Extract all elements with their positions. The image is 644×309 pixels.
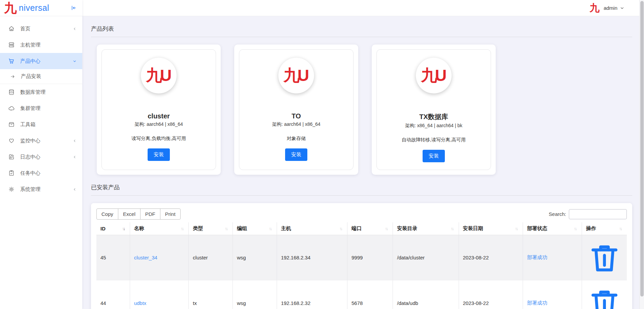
table-row: 44 udbtx tx wsg 192.168.2.32 5678 /data/… (96, 280, 627, 309)
sidebar-item-log-center[interactable]: 日志中心 (0, 149, 82, 165)
sidebar-item-host-management[interactable]: 主机管理 (0, 37, 82, 53)
sidebar-item-cluster-management[interactable]: 集群管理 (0, 100, 82, 116)
sort-icons: ↑↓ (515, 226, 519, 231)
product-card-inner: 九U TX数据库 架构: x86_64 | aarch64 | bk 自动故障转… (376, 49, 491, 170)
table-toolbar: Copy Excel PDF Print Search: (96, 208, 627, 220)
export-button-group: Copy Excel PDF Print (96, 208, 181, 220)
product-name: cluster (106, 112, 211, 120)
product-name-link[interactable]: cluster_34 (134, 255, 157, 260)
column-header-host[interactable]: 主机↑↓ (277, 222, 347, 235)
delete-icon[interactable] (586, 284, 623, 309)
arrow-right-icon (10, 74, 16, 79)
product-list-section: 产品列表 九U cluster 架构: aarch64 | x86_64 读写分… (91, 25, 632, 175)
sidebar-item-label: 工具箱 (20, 121, 35, 128)
section-title-installed: 已安装产品 (91, 184, 632, 191)
brand-logo-icon: 九 (589, 3, 600, 13)
cell-host: 192.168.2.32 (277, 280, 347, 309)
column-header-type[interactable]: 类型↑↓ (189, 222, 233, 235)
copy-button[interactable]: Copy (96, 208, 118, 220)
delete-icon[interactable] (586, 239, 623, 276)
sidebar-item-product-center[interactable]: 产品中心 (0, 53, 82, 69)
heart-icon (8, 137, 15, 144)
user-menu[interactable]: admin (604, 5, 624, 11)
chevron-left-icon (72, 187, 77, 192)
install-button[interactable]: 安装 (423, 150, 445, 162)
excel-button[interactable]: Excel (118, 208, 141, 220)
box-icon (8, 121, 15, 128)
sort-icons: ↑↓ (339, 226, 343, 231)
chevron-left-icon (72, 155, 77, 159)
install-button[interactable]: 安装 (285, 148, 307, 161)
column-header-port[interactable]: 端口↑↓ (347, 222, 393, 235)
sidebar-item-system-management[interactable]: 系统管理 (0, 181, 82, 197)
product-card-to: 九U TO 架构: aarch64 | x86_64 对象存储 安装 (234, 45, 358, 175)
product-logo: 九U (141, 58, 177, 93)
sort-icons: ↑↓ (269, 226, 273, 231)
sort-icons: ↑↓ (181, 226, 184, 231)
install-button[interactable]: 安装 (148, 148, 170, 161)
product-arch: 架构: x86_64 | aarch64 | bk (381, 123, 486, 129)
product-logo-icon: 九U (283, 65, 309, 86)
column-header-id[interactable]: ID↑↓ (96, 222, 130, 235)
chevron-down-icon (72, 59, 77, 63)
main-content: 产品列表 九U cluster 架构: aarch64 | x86_64 读写分… (82, 16, 639, 309)
product-name: TO (244, 112, 348, 120)
sidebar-item-database-management[interactable]: 数据库管理 (0, 84, 82, 100)
cell-group: wsg (233, 280, 277, 309)
divider (91, 195, 632, 196)
sidebar-item-label: 集群管理 (20, 105, 40, 112)
collapse-sidebar-icon[interactable] (70, 5, 77, 11)
cell-type: cluster (189, 235, 233, 280)
deploy-status-link[interactable]: 部署成功 (527, 300, 547, 306)
column-header-deploy-status[interactable]: 部署状态↑↓ (523, 222, 582, 235)
cloud-icon (8, 105, 15, 112)
sidebar: 九 niversal 首页 主机管理 产品中心 产品安装 数据库管理 (0, 0, 82, 309)
product-logo: 九U (416, 58, 452, 93)
server-icon (8, 41, 15, 48)
sort-icons: ↑↓ (385, 226, 389, 231)
column-header-actions[interactable]: 操作↑↓ (582, 222, 627, 235)
deploy-status-link[interactable]: 部署成功 (527, 254, 547, 260)
sort-icons: ↑↓ (574, 226, 578, 231)
brand: 九 niversal (0, 0, 82, 16)
sidebar-item-task-center[interactable]: 任务中心 (0, 165, 82, 181)
product-description: 读写分离,负载均衡,高可用 (106, 136, 211, 142)
scrollbar-track[interactable] (639, 0, 644, 309)
sidebar-item-label: 监控中心 (20, 138, 40, 144)
product-name: TX数据库 (381, 112, 486, 121)
column-header-install-dir[interactable]: 安装目录↑↓ (393, 222, 459, 235)
print-button[interactable]: Print (160, 208, 181, 220)
installed-products-section: 已安装产品 Copy Excel PDF Print Search: (91, 184, 632, 309)
product-arch: 架构: aarch64 | x86_64 (244, 121, 348, 128)
column-header-group[interactable]: 编组↑↓ (233, 222, 277, 235)
product-card-inner: 九U cluster 架构: aarch64 | x86_64 读写分离,负载均… (101, 49, 216, 170)
sidebar-item-label: 日志中心 (20, 154, 40, 160)
username: admin (604, 5, 617, 11)
product-card-inner: 九U TO 架构: aarch64 | x86_64 对象存储 安装 (239, 49, 354, 170)
cell-host: 192.168.2.34 (277, 235, 347, 280)
sort-icons: ↑↓ (225, 226, 228, 231)
product-logo-icon: 九U (421, 65, 447, 86)
sort-icons: ↑↓ (122, 226, 126, 231)
sidebar-item-toolbox[interactable]: 工具箱 (0, 116, 82, 133)
product-name-link[interactable]: udbtx (134, 300, 147, 306)
pdf-button[interactable]: PDF (140, 208, 160, 220)
product-description: 自动故障转移,读写分离,高可用 (381, 137, 486, 143)
column-header-install-date[interactable]: 安装日期↑↓ (459, 222, 523, 235)
scrollbar-thumb[interactable] (640, 1, 644, 297)
column-header-name[interactable]: 名称↑↓ (130, 222, 189, 235)
sidebar-item-home[interactable]: 首页 (0, 21, 82, 37)
sidebar-item-product-install[interactable]: 产品安装 (0, 69, 82, 84)
search-input[interactable] (569, 209, 627, 219)
divider (91, 37, 632, 37)
database-icon (8, 89, 15, 95)
product-arch: 架构: aarch64 | x86_64 (106, 121, 211, 128)
installed-products-panel: Copy Excel PDF Print Search: (91, 203, 632, 309)
cell-install-date: 2023-08-22 (459, 280, 523, 309)
product-cards: 九U cluster 架构: aarch64 | x86_64 读写分离,负载均… (97, 45, 632, 175)
sidebar-item-label: 产品安装 (21, 73, 41, 80)
product-card-cluster: 九U cluster 架构: aarch64 | x86_64 读写分离,负载均… (97, 45, 221, 175)
edit-icon (8, 153, 15, 160)
cell-port: 9999 (347, 235, 393, 280)
sidebar-item-monitoring-center[interactable]: 监控中心 (0, 133, 82, 149)
